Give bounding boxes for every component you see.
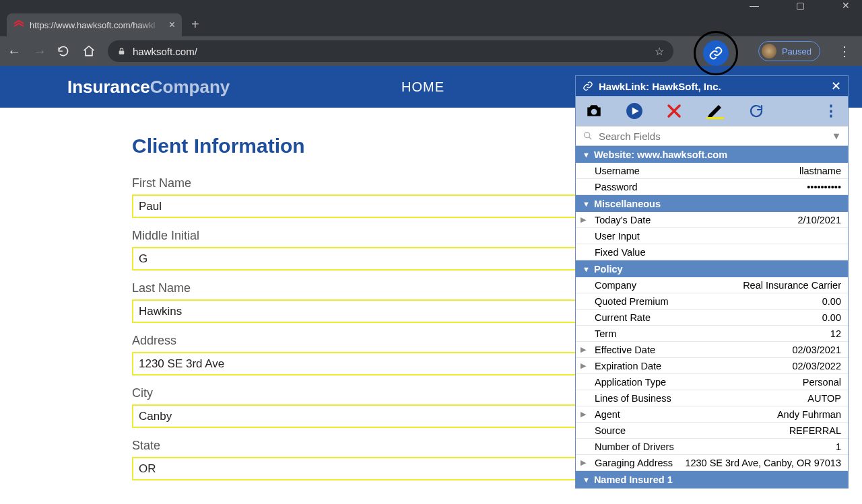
- lock-icon: [117, 47, 126, 56]
- collapse-caret-icon: ▼: [583, 200, 590, 208]
- row-label: Application Type: [591, 377, 803, 388]
- panel-row[interactable]: Password••••••••••: [576, 179, 848, 195]
- reload-button[interactable]: [57, 44, 74, 58]
- brand-logo: InsuranceCompany: [67, 77, 230, 98]
- address-bar[interactable]: hawksoft.com/ ☆: [108, 40, 673, 62]
- hawklink-extension-button[interactable]: [703, 40, 729, 66]
- search-icon: [583, 131, 593, 141]
- panel-menu-button[interactable]: ⋮: [824, 102, 838, 120]
- panel-row[interactable]: Lines of BusinessAUTOP: [576, 390, 848, 406]
- search-input[interactable]: [599, 131, 826, 142]
- svg-rect-0: [119, 50, 125, 54]
- row-value: REFERRAL: [789, 425, 841, 436]
- panel-row[interactable]: Term12: [576, 326, 848, 342]
- dropdown-caret-icon[interactable]: ▼: [832, 131, 841, 141]
- collapse-caret-icon: ▼: [583, 265, 590, 273]
- forward-button[interactable]: →: [31, 44, 48, 59]
- panel-row[interactable]: Quoted Premium0.00: [576, 293, 848, 310]
- maximize-button[interactable]: ▢: [787, 0, 814, 11]
- hawklink-panel: HawkLink: HawkSoft, Inc. ✕ ⋮: [575, 75, 849, 489]
- row-value: 2/10/2021: [797, 215, 841, 225]
- row-value: 0.00: [822, 312, 841, 323]
- panel-row[interactable]: Application TypePersonal: [576, 374, 848, 390]
- panel-row[interactable]: CompanyReal Insurance Carrier: [576, 277, 848, 293]
- avatar: [762, 44, 776, 59]
- row-label: Agent: [591, 409, 777, 420]
- panel-row[interactable]: ▶Garaging Address1230 SE 3rd Ave, Canby,…: [576, 455, 848, 471]
- profile-status: Paused: [782, 46, 811, 57]
- panel-close-button[interactable]: ✕: [831, 79, 841, 94]
- panel-row[interactable]: SourceREFERRAL: [576, 423, 848, 439]
- expand-caret-icon: ▶: [576, 458, 591, 467]
- row-value: 12: [830, 328, 841, 339]
- minimize-button[interactable]: —: [741, 0, 768, 11]
- row-label: Today's Date: [591, 215, 797, 225]
- bookmark-star-icon[interactable]: ☆: [655, 45, 664, 58]
- panel-row[interactable]: Number of Drivers1: [576, 439, 848, 455]
- section-named-insured-header[interactable]: ▼ Named Insured 1: [576, 471, 848, 488]
- section-misc-title: Miscellaneous: [594, 199, 661, 209]
- cancel-x-icon[interactable]: [666, 103, 682, 119]
- tab-close-button[interactable]: ×: [169, 19, 175, 31]
- panel-row[interactable]: Current Rate0.00: [576, 310, 848, 326]
- row-label: Company: [591, 280, 743, 291]
- url-text: hawksoft.com/: [133, 46, 197, 57]
- expand-caret-icon: ▶: [576, 345, 591, 354]
- browser-menu-button[interactable]: ⋮: [828, 43, 857, 59]
- panel-search[interactable]: ▼: [576, 126, 848, 146]
- highlighter-icon[interactable]: [705, 102, 725, 120]
- brand-secondary: Company: [150, 77, 230, 97]
- nav-home-link[interactable]: HOME: [401, 79, 444, 95]
- tab-favicon-icon: [13, 20, 24, 30]
- panel-row[interactable]: ▶Today's Date2/10/2021: [576, 212, 848, 228]
- row-label: Quoted Premium: [591, 296, 822, 307]
- refresh-icon[interactable]: [748, 103, 764, 119]
- camera-icon[interactable]: [585, 104, 603, 118]
- panel-row[interactable]: Fixed Value: [576, 244, 848, 260]
- window-controls: — ▢ ✕: [0, 0, 862, 12]
- link-icon: [583, 81, 593, 92]
- page-content: InsuranceCompany HOME Client Information…: [0, 66, 862, 504]
- expand-caret-icon: ▶: [576, 361, 591, 370]
- panel-row[interactable]: Usernamellastname: [576, 163, 848, 179]
- svg-rect-3: [706, 117, 724, 119]
- panel-title: HawkLink: HawkSoft, Inc.: [599, 81, 826, 92]
- section-policy-header[interactable]: ▼ Policy: [576, 260, 848, 277]
- row-label: Lines of Business: [591, 393, 807, 404]
- row-label: User Input: [591, 231, 841, 242]
- browser-tab[interactable]: https://www.hawksoft.com/hawkl ×: [7, 13, 182, 36]
- tab-title: https://www.hawksoft.com/hawkl: [30, 20, 164, 30]
- row-label: Term: [591, 328, 830, 339]
- row-label: Current Rate: [591, 312, 822, 323]
- close-window-button[interactable]: ✕: [832, 0, 859, 11]
- row-value: 0.00: [822, 296, 841, 307]
- row-label: Fixed Value: [591, 247, 841, 258]
- extension-highlight-circle: [694, 31, 738, 75]
- tab-strip: https://www.hawksoft.com/hawkl × +: [0, 12, 862, 36]
- new-tab-button[interactable]: +: [191, 17, 199, 32]
- expand-caret-icon: ▶: [576, 410, 591, 419]
- profile-chip[interactable]: Paused: [758, 41, 820, 61]
- panel-row[interactable]: ▶Effective Date02/03/2021: [576, 342, 848, 358]
- row-label: Number of Drivers: [591, 441, 836, 452]
- row-value: Andy Fuhrman: [777, 409, 841, 420]
- expand-caret-icon: ▶: [576, 215, 591, 224]
- play-icon[interactable]: [626, 102, 643, 120]
- panel-row[interactable]: ▶Expiration Date02/03/2022: [576, 358, 848, 374]
- section-misc-header[interactable]: ▼ Miscellaneous: [576, 195, 848, 212]
- row-value: 02/03/2022: [792, 361, 841, 371]
- panel-header[interactable]: HawkLink: HawkSoft, Inc. ✕: [576, 76, 848, 96]
- section-named-insured-title: Named Insured 1: [594, 474, 673, 485]
- home-button[interactable]: [82, 44, 100, 58]
- svg-point-1: [591, 109, 597, 115]
- section-website-title: Website: www.hawksoft.com: [594, 149, 727, 160]
- panel-row[interactable]: User Input: [576, 228, 848, 244]
- row-label: Source: [591, 425, 789, 436]
- row-value: AUTOP: [807, 393, 841, 404]
- row-value: 1230 SE 3rd Ave, Canby, OR 97013: [685, 458, 841, 468]
- collapse-caret-icon: ▼: [583, 151, 590, 159]
- row-value: ••••••••••: [807, 182, 841, 192]
- panel-row[interactable]: ▶AgentAndy Fuhrman: [576, 406, 848, 423]
- back-button[interactable]: ←: [5, 44, 23, 59]
- section-website-header[interactable]: ▼ Website: www.hawksoft.com: [576, 146, 848, 163]
